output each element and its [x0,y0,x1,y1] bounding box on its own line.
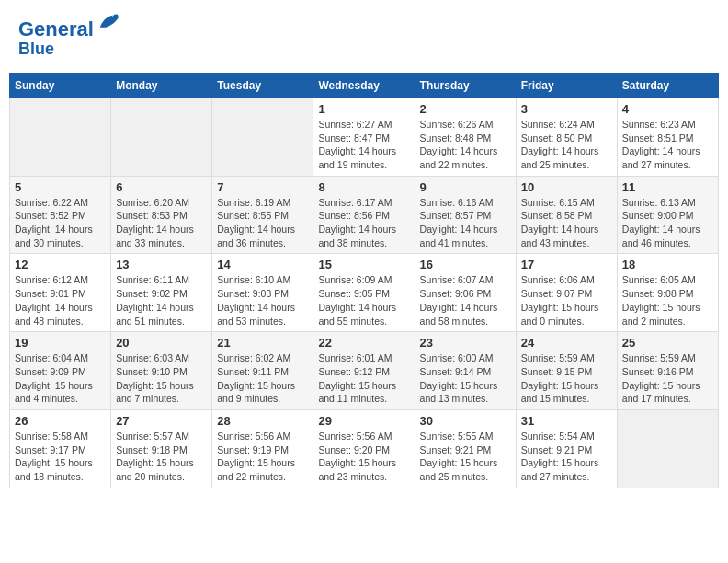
calendar-cell: 27Sunrise: 5:57 AM Sunset: 9:18 PM Dayli… [111,409,212,488]
day-number: 15 [318,258,409,271]
day-number: 8 [318,180,409,194]
calendar-week-row: 26Sunrise: 5:58 AM Sunset: 9:17 PM Dayli… [10,409,719,488]
day-info: Sunrise: 5:59 AM Sunset: 9:15 PM Dayligh… [521,351,612,406]
day-number: 30 [420,414,511,428]
calendar-cell [617,409,718,488]
day-number: 9 [420,180,511,194]
day-number: 18 [622,258,713,271]
day-number: 20 [116,336,207,350]
day-number: 31 [521,414,612,428]
day-number: 17 [521,258,612,271]
calendar-cell: 16Sunrise: 6:07 AM Sunset: 9:06 PM Dayli… [415,254,516,332]
day-number: 7 [217,180,308,194]
calendar-cell: 9Sunrise: 6:16 AM Sunset: 8:57 PM Daylig… [415,176,516,254]
day-number: 27 [116,414,207,428]
calendar-cell: 10Sunrise: 6:15 AM Sunset: 8:58 PM Dayli… [516,176,617,254]
calendar-week-row: 19Sunrise: 6:04 AM Sunset: 9:09 PM Dayli… [10,332,719,410]
logo-bird-icon [96,10,121,36]
calendar-cell: 2Sunrise: 6:26 AM Sunset: 8:48 PM Daylig… [415,98,516,176]
day-number: 13 [116,258,207,271]
day-number: 1 [318,102,409,116]
weekday-header: Saturday [617,73,718,98]
day-info: Sunrise: 6:19 AM Sunset: 8:55 PM Dayligh… [217,196,308,250]
weekday-header: Sunday [10,73,111,98]
day-number: 14 [217,258,308,271]
calendar-cell: 18Sunrise: 6:05 AM Sunset: 9:08 PM Dayli… [617,254,718,332]
day-number: 3 [521,102,612,116]
day-info: Sunrise: 6:27 AM Sunset: 8:47 PM Dayligh… [318,118,409,172]
calendar-cell: 29Sunrise: 5:56 AM Sunset: 9:20 PM Dayli… [313,409,415,488]
day-info: Sunrise: 6:02 AM Sunset: 9:11 PM Dayligh… [217,351,308,406]
day-info: Sunrise: 5:56 AM Sunset: 9:20 PM Dayligh… [318,430,409,484]
day-number: 11 [622,180,713,194]
calendar-cell [111,98,212,176]
day-info: Sunrise: 6:00 AM Sunset: 9:14 PM Dayligh… [420,351,511,406]
day-number: 21 [217,336,308,350]
calendar-cell: 20Sunrise: 6:03 AM Sunset: 9:10 PM Dayli… [111,332,212,410]
calendar-cell: 19Sunrise: 6:04 AM Sunset: 9:09 PM Dayli… [10,332,111,410]
day-info: Sunrise: 6:22 AM Sunset: 8:52 PM Dayligh… [15,196,106,250]
day-number: 10 [521,180,612,194]
calendar-header-row: SundayMondayTuesdayWednesdayThursdayFrid… [10,73,719,98]
day-number: 5 [15,180,106,194]
calendar-cell: 7Sunrise: 6:19 AM Sunset: 8:55 PM Daylig… [212,176,313,254]
day-info: Sunrise: 6:09 AM Sunset: 9:05 PM Dayligh… [318,273,409,327]
logo-blue-text: Blue [18,40,121,59]
calendar-cell: 11Sunrise: 6:13 AM Sunset: 9:00 PM Dayli… [617,176,718,254]
calendar-cell: 31Sunrise: 5:54 AM Sunset: 9:21 PM Dayli… [516,409,617,488]
calendar-cell: 8Sunrise: 6:17 AM Sunset: 8:56 PM Daylig… [313,176,415,254]
calendar-cell: 5Sunrise: 6:22 AM Sunset: 8:52 PM Daylig… [10,176,111,254]
day-number: 19 [15,336,106,350]
calendar-week-row: 1Sunrise: 6:27 AM Sunset: 8:47 PM Daylig… [10,98,719,176]
weekday-header: Monday [111,73,212,98]
calendar-cell [10,98,111,176]
day-info: Sunrise: 6:12 AM Sunset: 9:01 PM Dayligh… [15,273,106,327]
calendar-cell: 26Sunrise: 5:58 AM Sunset: 9:17 PM Dayli… [10,409,111,488]
calendar-cell: 12Sunrise: 6:12 AM Sunset: 9:01 PM Dayli… [10,254,111,332]
day-info: Sunrise: 6:06 AM Sunset: 9:07 PM Dayligh… [521,273,612,327]
day-info: Sunrise: 6:20 AM Sunset: 8:53 PM Dayligh… [116,196,207,250]
calendar-cell: 22Sunrise: 6:01 AM Sunset: 9:12 PM Dayli… [313,332,415,410]
day-number: 23 [420,336,511,350]
day-number: 4 [622,102,713,116]
calendar-cell: 6Sunrise: 6:20 AM Sunset: 8:53 PM Daylig… [111,176,212,254]
day-info: Sunrise: 6:04 AM Sunset: 9:09 PM Dayligh… [15,351,106,406]
day-info: Sunrise: 6:03 AM Sunset: 9:10 PM Dayligh… [116,351,207,406]
day-info: Sunrise: 6:23 AM Sunset: 8:51 PM Dayligh… [622,118,713,172]
day-number: 12 [15,258,106,271]
day-info: Sunrise: 6:01 AM Sunset: 9:12 PM Dayligh… [318,351,409,406]
day-info: Sunrise: 6:10 AM Sunset: 9:03 PM Dayligh… [217,273,308,327]
day-number: 29 [318,414,409,428]
day-number: 25 [622,336,713,350]
calendar-cell: 30Sunrise: 5:55 AM Sunset: 9:21 PM Dayli… [415,409,516,488]
calendar-cell: 15Sunrise: 6:09 AM Sunset: 9:05 PM Dayli… [313,254,415,332]
calendar-cell: 17Sunrise: 6:06 AM Sunset: 9:07 PM Dayli… [516,254,617,332]
day-info: Sunrise: 6:16 AM Sunset: 8:57 PM Dayligh… [420,196,511,250]
day-info: Sunrise: 5:55 AM Sunset: 9:21 PM Dayligh… [420,430,511,484]
day-info: Sunrise: 5:56 AM Sunset: 9:19 PM Dayligh… [217,430,308,484]
day-number: 16 [420,258,511,271]
weekday-header: Tuesday [212,73,313,98]
day-info: Sunrise: 5:58 AM Sunset: 9:17 PM Dayligh… [15,430,106,484]
day-info: Sunrise: 6:11 AM Sunset: 9:02 PM Dayligh… [116,273,207,327]
weekday-header: Wednesday [313,73,415,98]
day-info: Sunrise: 6:15 AM Sunset: 8:58 PM Dayligh… [521,196,612,250]
page-header: General Blue [9,9,719,63]
weekday-header: Thursday [415,73,516,98]
day-number: 2 [420,102,511,116]
day-info: Sunrise: 6:26 AM Sunset: 8:48 PM Dayligh… [420,118,511,172]
calendar-cell: 25Sunrise: 5:59 AM Sunset: 9:16 PM Dayli… [617,332,718,410]
calendar-cell: 1Sunrise: 6:27 AM Sunset: 8:47 PM Daylig… [313,98,415,176]
day-info: Sunrise: 6:17 AM Sunset: 8:56 PM Dayligh… [318,196,409,250]
weekday-header: Friday [516,73,617,98]
logo: General Blue [18,14,121,59]
day-info: Sunrise: 6:13 AM Sunset: 9:00 PM Dayligh… [622,196,713,250]
calendar-cell: 24Sunrise: 5:59 AM Sunset: 9:15 PM Dayli… [516,332,617,410]
calendar-cell: 3Sunrise: 6:24 AM Sunset: 8:50 PM Daylig… [516,98,617,176]
calendar-table: SundayMondayTuesdayWednesdayThursdayFrid… [9,73,719,488]
day-number: 24 [521,336,612,350]
day-info: Sunrise: 5:59 AM Sunset: 9:16 PM Dayligh… [622,351,713,406]
calendar-week-row: 12Sunrise: 6:12 AM Sunset: 9:01 PM Dayli… [10,254,719,332]
day-info: Sunrise: 5:57 AM Sunset: 9:18 PM Dayligh… [116,430,207,484]
calendar-cell: 13Sunrise: 6:11 AM Sunset: 9:02 PM Dayli… [111,254,212,332]
